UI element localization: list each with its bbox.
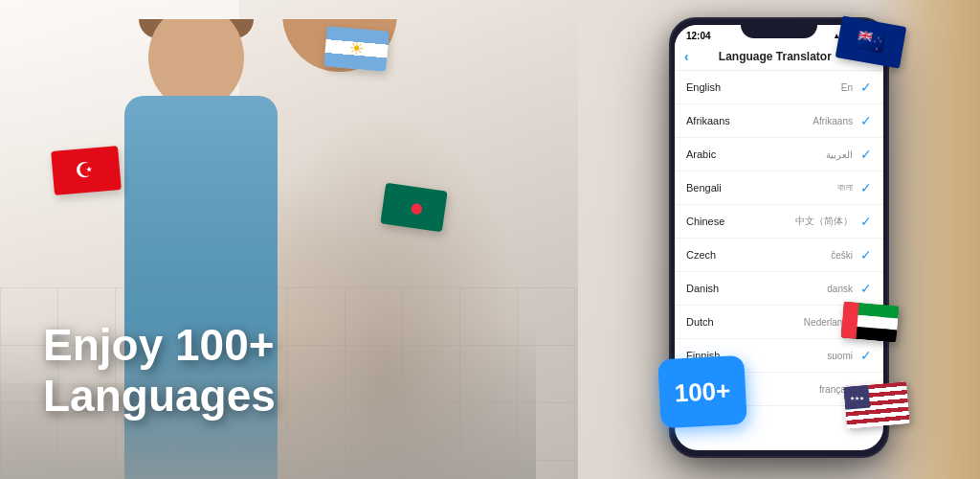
- uae-red-stripe: [840, 302, 858, 339]
- check-icon: ✓: [860, 180, 872, 195]
- check-icon: ✓: [860, 214, 872, 229]
- usa-flag: ★★★: [843, 381, 910, 429]
- hundred-plus-badge: 100+: [657, 355, 747, 429]
- hero-headline: Enjoy 100+ Languages: [43, 320, 276, 422]
- turkey-flag: [51, 146, 122, 195]
- hero-text: Enjoy 100+ Languages: [43, 320, 276, 422]
- language-native: dansk: [827, 284, 853, 294]
- language-native: العربية: [826, 149, 853, 160]
- list-item[interactable]: Czech češki ✓: [675, 239, 883, 272]
- status-time: 12:04: [686, 31, 711, 41]
- language-name: Bengali: [686, 182, 837, 194]
- argentina-flag: [323, 26, 389, 72]
- phone-notch: [741, 19, 817, 38]
- check-icon: ✓: [860, 247, 872, 262]
- nz-flag-icon: 🇳🇿: [855, 27, 887, 58]
- bangladesh-flag: [380, 183, 447, 233]
- language-native: 中文（简体）: [795, 215, 853, 228]
- check-icon: ✓: [860, 113, 872, 128]
- language-name: Afrikaans: [686, 115, 813, 126]
- language-name: Dutch: [686, 316, 804, 328]
- check-icon: ✓: [860, 281, 872, 296]
- language-native: suomi: [827, 351, 853, 361]
- list-item[interactable]: Arabic العربية ✓: [675, 138, 883, 171]
- list-item[interactable]: Danish dansk ✓: [675, 272, 883, 306]
- language-native: En: [841, 82, 853, 93]
- uae-flag: [840, 302, 899, 343]
- list-item[interactable]: Afrikaans Afrikaans ✓: [675, 104, 883, 138]
- check-icon: ✓: [860, 348, 872, 363]
- language-name: Arabic: [686, 148, 826, 160]
- photo-area: Enjoy 100+ Languages: [0, 0, 612, 479]
- app-title: Language Translator: [697, 50, 854, 63]
- language-name: Chinese: [686, 216, 795, 227]
- list-item[interactable]: Bengali বাংলা ✓: [675, 171, 883, 205]
- language-name: Danish: [686, 283, 827, 294]
- language-native: Afrikaans: [813, 116, 853, 126]
- check-icon: ✓: [860, 80, 872, 95]
- list-item[interactable]: English En ✓: [675, 71, 883, 104]
- language-native: বাংলা: [837, 182, 853, 194]
- usa-canton: ★★★: [843, 385, 870, 410]
- language-native: češki: [831, 250, 853, 261]
- language-name: English: [686, 81, 841, 93]
- back-button[interactable]: ‹: [684, 49, 689, 64]
- check-icon: ✓: [860, 147, 872, 162]
- language-list: English En ✓ Afrikaans Afrikaans ✓ Arabi…: [675, 71, 883, 406]
- list-item[interactable]: Chinese 中文（简体） ✓: [675, 205, 883, 239]
- badge-label: 100+: [674, 376, 731, 408]
- language-name: Czech: [686, 249, 831, 261]
